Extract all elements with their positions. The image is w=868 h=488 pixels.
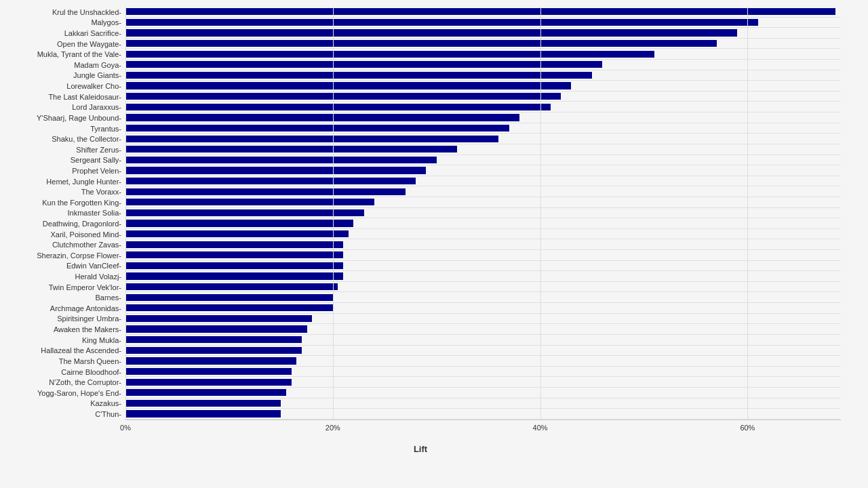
bar-row [125, 28, 841, 39]
chart-container: Krul the Unshackled-Malygos-Lakkari Sacr… [0, 0, 868, 488]
bar [125, 304, 333, 311]
bar [125, 294, 333, 301]
y-label: Twin Emperor Vek'lor- [0, 282, 125, 293]
x-axis-title: Lift [0, 444, 841, 454]
bar [125, 157, 437, 163]
bar-row [125, 218, 841, 229]
bar [125, 114, 519, 121]
bar-row [125, 303, 841, 314]
y-label: The Voraxx- [0, 186, 125, 197]
bar [125, 40, 717, 47]
bar [125, 410, 281, 417]
y-label: Jungle Giants- [0, 70, 125, 81]
y-label: Madam Goya- [0, 60, 125, 70]
y-label: Tyrantus- [0, 123, 125, 134]
y-label: The Marsh Queen- [0, 356, 125, 367]
bar [125, 209, 364, 216]
chart-area: Krul the Unshackled-Malygos-Lakkari Sacr… [0, 7, 841, 420]
x-axis-area: 0%20%40%60% [125, 420, 841, 441]
bar-row [125, 356, 841, 367]
y-label: Sergeant Sally- [0, 155, 125, 166]
bar-row [125, 409, 841, 420]
bar [125, 8, 835, 15]
bar [125, 29, 737, 36]
bar-row [125, 346, 841, 357]
bar-row [125, 70, 841, 81]
y-label: Mukla, Tyrant of the Vale- [0, 49, 125, 60]
x-tick-label: 20% [326, 424, 340, 432]
bar [125, 347, 302, 354]
y-label: Cairne Bloodhoof- [0, 367, 125, 378]
y-label: The Last Kaleidosaur- [0, 92, 125, 102]
x-tick-label: 40% [533, 424, 548, 432]
bar-row [125, 81, 841, 92]
bar-row [125, 60, 841, 70]
bar-row [125, 123, 841, 134]
bar [125, 251, 343, 258]
bar-row [125, 335, 841, 346]
bar [125, 19, 758, 26]
y-label: Malygos- [0, 18, 125, 28]
bar-row [125, 367, 841, 378]
y-label: Kazakus- [0, 399, 125, 409]
y-label: Lorewalker Cho- [0, 81, 125, 92]
y-label: Clutchmother Zavas- [0, 239, 125, 250]
bar-row [125, 155, 841, 166]
bar [125, 336, 302, 343]
bar-row [125, 388, 841, 399]
bar-row [125, 92, 841, 102]
y-axis: Krul the Unshackled-Malygos-Lakkari Sacr… [0, 7, 125, 420]
bar-row [125, 7, 841, 18]
x-tick-label: 0% [120, 424, 131, 432]
bar [125, 241, 343, 248]
bar-row [125, 18, 841, 28]
y-label: Awaken the Makers- [0, 324, 125, 335]
bar [125, 389, 286, 396]
bar-row [125, 250, 841, 261]
y-label: Xaril, Poisoned Mind- [0, 229, 125, 240]
bar-row [125, 324, 841, 335]
bar [125, 400, 281, 407]
bar-row [125, 282, 841, 293]
bar [125, 72, 592, 79]
bar-row [125, 239, 841, 250]
y-label: Open the Waygate- [0, 39, 125, 49]
bar [125, 93, 561, 100]
bar-row [125, 186, 841, 197]
y-label: Y'Shaarj, Rage Unbound- [0, 113, 125, 123]
y-label: Spiritsinger Umbra- [0, 314, 125, 325]
bar-row [125, 102, 841, 113]
bar [125, 178, 416, 184]
bar-row [125, 49, 841, 60]
bar [125, 220, 353, 226]
y-label: Kun the Forgotten King- [0, 197, 125, 208]
bar-row [125, 39, 841, 49]
bar-row [125, 134, 841, 144]
y-label: Sherazin, Corpse Flower- [0, 250, 125, 261]
y-label: Shaku, the Collector- [0, 134, 125, 144]
bar-row [125, 271, 841, 282]
bar-row [125, 113, 841, 123]
bar [125, 82, 571, 89]
y-label: Deathwing, Dragonlord- [0, 218, 125, 229]
bar [125, 379, 292, 386]
bar-row [125, 314, 841, 325]
bar-row [125, 399, 841, 409]
bar [125, 283, 338, 290]
bar-row [125, 229, 841, 240]
bar [125, 104, 551, 110]
bar [125, 230, 349, 237]
y-label: Lord Jaraxxus- [0, 102, 125, 113]
y-label: Hallazeal the Ascended- [0, 346, 125, 357]
bar [125, 199, 374, 205]
y-label: Lakkari Sacrifice- [0, 28, 125, 39]
bar [125, 136, 498, 142]
bar [125, 357, 296, 364]
y-label: Archmage Antonidas- [0, 303, 125, 314]
bar-row [125, 197, 841, 208]
bar [125, 125, 509, 131]
bar-row [125, 292, 841, 303]
bar [125, 368, 292, 375]
bar-row [125, 144, 841, 155]
bar-row [125, 377, 841, 388]
